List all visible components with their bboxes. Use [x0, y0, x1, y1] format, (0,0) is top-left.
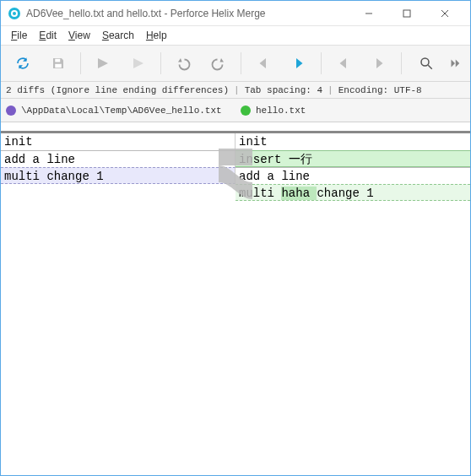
- diff-area: initadd a linemulti change 1 initinsert …: [1, 122, 470, 475]
- left-file-marker: [6, 105, 16, 116]
- right-pane[interactable]: initinsert 一行add a linemulti haha change…: [236, 122, 470, 475]
- diff-line-left[interactable]: init: [1, 133, 236, 150]
- minimize-button[interactable]: [349, 2, 387, 25]
- toolbar: [1, 45, 470, 82]
- right-file-path: hello.txt: [256, 105, 306, 116]
- right-pane-lines: initinsert 一行add a linemulti haha change…: [236, 131, 470, 201]
- svg-point-9: [421, 58, 429, 66]
- svg-point-2: [13, 12, 16, 15]
- flag-clear-button[interactable]: [122, 49, 155, 78]
- save-button[interactable]: [41, 49, 75, 78]
- diff-line-right[interactable]: multi haha change 1: [236, 184, 470, 201]
- right-file-marker: [241, 105, 251, 116]
- next-diff-button[interactable]: [282, 49, 316, 78]
- status-diffs: 2 diffs (Ignore line ending differences): [6, 85, 229, 95]
- left-pane-lines: initadd a linemulti change 1: [1, 131, 236, 184]
- svg-rect-8: [55, 64, 62, 68]
- menu-edit[interactable]: Edit: [39, 30, 57, 41]
- menubar: File Edit View Search Help: [1, 26, 470, 45]
- more-button[interactable]: [445, 49, 465, 78]
- diff-line-right[interactable]: insert 一行: [236, 150, 470, 167]
- flag-button[interactable]: [86, 49, 120, 78]
- prev-diff-button[interactable]: [246, 49, 280, 78]
- svg-rect-4: [403, 10, 410, 17]
- left-file-path: \AppData\Local\Temp\AD6Vee_hello.txt: [21, 105, 222, 116]
- menu-search[interactable]: Search: [102, 30, 134, 41]
- menu-view[interactable]: View: [68, 30, 90, 41]
- diff-line-right[interactable]: add a line: [236, 167, 470, 184]
- svg-line-10: [428, 65, 432, 69]
- next-conflict-button[interactable]: [362, 49, 396, 78]
- menu-file[interactable]: File: [11, 30, 27, 41]
- diff-line-left[interactable]: add a line: [1, 150, 236, 167]
- file-paths-bar: \AppData\Local\Temp\AD6Vee_hello.txt hel…: [1, 99, 470, 122]
- diff-line-right[interactable]: init: [236, 133, 470, 150]
- app-icon: [8, 7, 21, 20]
- status-tab-spacing: Tab spacing: 4: [245, 85, 322, 95]
- status-encoding: Encoding: UTF-8: [338, 85, 422, 95]
- titlebar: AD6Vee_hello.txt and hello.txt - Perforc…: [1, 1, 470, 26]
- undo-button[interactable]: [166, 49, 200, 78]
- close-button[interactable]: [425, 2, 463, 25]
- menu-help[interactable]: Help: [146, 30, 167, 41]
- left-pane[interactable]: initadd a linemulti change 1: [1, 122, 236, 475]
- search-button[interactable]: [409, 49, 443, 78]
- statusbar: 2 diffs (Ignore line ending differences)…: [1, 82, 470, 99]
- svg-rect-7: [55, 59, 60, 62]
- prev-conflict-button[interactable]: [327, 49, 360, 78]
- diff-line-left[interactable]: multi change 1: [1, 167, 236, 184]
- maximize-button[interactable]: [387, 2, 425, 25]
- refresh-button[interactable]: [6, 49, 40, 78]
- redo-button[interactable]: [202, 49, 236, 78]
- window-title: AD6Vee_hello.txt and hello.txt - Perforc…: [26, 8, 349, 19]
